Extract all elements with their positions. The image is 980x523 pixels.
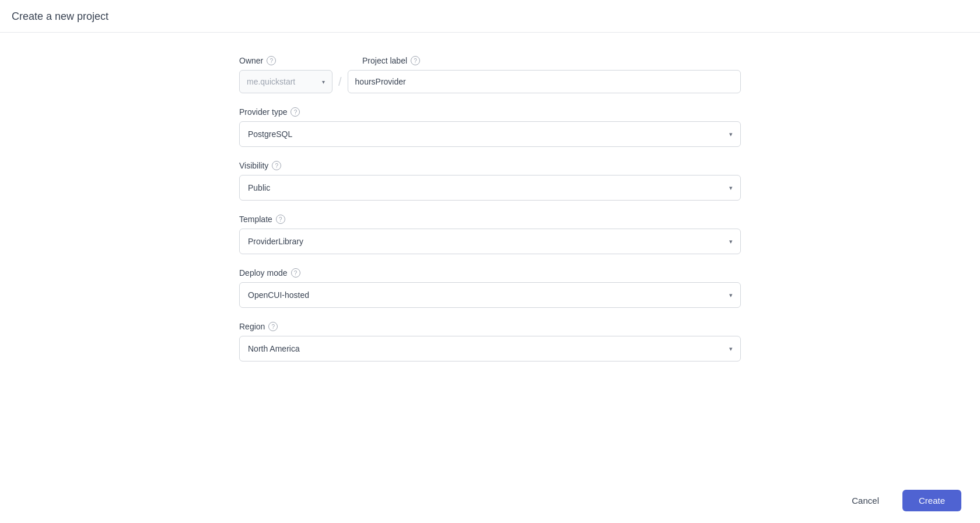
- form-container: Owner ? Project label ? me.quickstart ▾: [0, 33, 980, 375]
- region-label-row: Region ?: [239, 322, 741, 331]
- deploy-mode-label-row: Deploy mode ?: [239, 268, 741, 278]
- visibility-label: Visibility: [239, 161, 268, 170]
- page-title: Create a new project: [12, 10, 968, 23]
- owner-project-row: me.quickstart ▾ /: [239, 70, 741, 93]
- project-label-label: Project label: [362, 56, 407, 65]
- template-group: Template ? ProviderLibrary ▾: [239, 215, 741, 254]
- form-inner: Owner ? Project label ? me.quickstart ▾: [239, 56, 741, 375]
- deploy-mode-select[interactable]: OpenCUI-hosted: [239, 282, 741, 308]
- provider-type-select[interactable]: PostgreSQL: [239, 121, 741, 147]
- template-label: Template: [239, 215, 272, 224]
- owner-col: me.quickstart ▾: [239, 70, 332, 93]
- provider-type-label: Provider type: [239, 107, 287, 117]
- deploy-mode-group: Deploy mode ? OpenCUI-hosted ▾: [239, 268, 741, 308]
- project-label-col: [348, 70, 741, 93]
- region-select-wrapper: North America ▾: [239, 336, 741, 361]
- deploy-mode-label: Deploy mode: [239, 268, 288, 278]
- region-group: Region ? North America ▾: [239, 322, 741, 361]
- template-select-wrapper: ProviderLibrary ▾: [239, 229, 741, 254]
- visibility-group: Visibility ? Public ▾: [239, 161, 741, 201]
- slash-separator: /: [332, 75, 348, 89]
- visibility-select-wrapper: Public ▾: [239, 175, 741, 201]
- separator-col: /: [332, 70, 348, 93]
- owner-header-group: Owner ?: [239, 56, 341, 65]
- owner-label: Owner: [239, 56, 263, 65]
- deploy-mode-help-icon[interactable]: ?: [291, 268, 300, 278]
- provider-type-label-row: Provider type ?: [239, 107, 741, 117]
- cancel-button[interactable]: Cancel: [838, 490, 893, 511]
- owner-dropdown-text: me.quickstart: [247, 77, 317, 86]
- region-help-icon[interactable]: ?: [268, 322, 278, 331]
- page-header: Create a new project: [0, 0, 980, 33]
- project-label-help-icon[interactable]: ?: [411, 56, 420, 65]
- owner-project-headers: Owner ? Project label ?: [239, 56, 741, 65]
- owner-dropdown[interactable]: me.quickstart ▾: [239, 70, 332, 93]
- deploy-mode-select-wrapper: OpenCUI-hosted ▾: [239, 282, 741, 308]
- owner-chevron-down-icon: ▾: [322, 79, 325, 85]
- visibility-help-icon[interactable]: ?: [272, 161, 281, 170]
- project-label-input[interactable]: [348, 70, 741, 93]
- provider-type-help-icon[interactable]: ?: [290, 107, 300, 117]
- region-label: Region: [239, 322, 265, 331]
- create-button[interactable]: Create: [902, 490, 961, 511]
- region-select[interactable]: North America: [239, 336, 741, 361]
- owner-help-icon[interactable]: ?: [267, 56, 276, 65]
- visibility-select[interactable]: Public: [239, 175, 741, 201]
- provider-type-group: Provider type ? PostgreSQL ▾: [239, 107, 741, 147]
- provider-type-select-wrapper: PostgreSQL ▾: [239, 121, 741, 147]
- template-label-row: Template ?: [239, 215, 741, 224]
- project-label-header-group: Project label ?: [362, 56, 420, 65]
- footer-actions: Cancel Create: [819, 478, 980, 523]
- template-help-icon[interactable]: ?: [276, 215, 285, 224]
- visibility-label-row: Visibility ?: [239, 161, 741, 170]
- template-select[interactable]: ProviderLibrary: [239, 229, 741, 254]
